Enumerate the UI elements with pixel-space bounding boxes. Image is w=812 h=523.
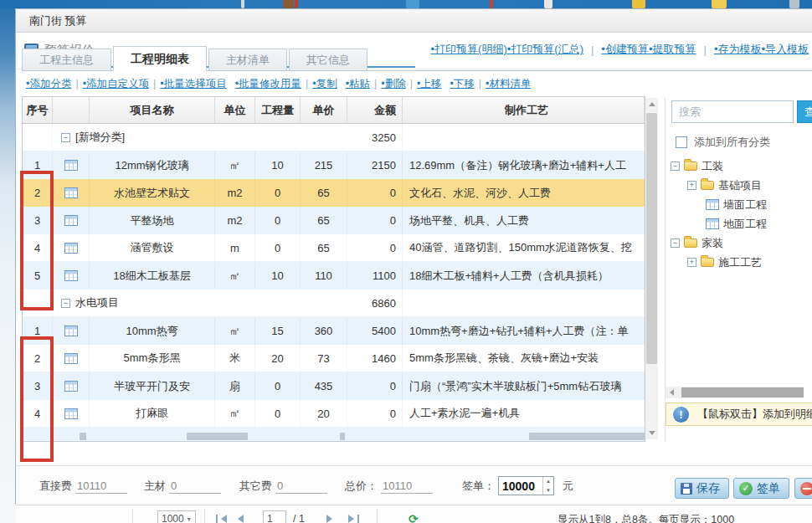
stepper-up-arrow[interactable]: ▲ [543,477,553,486]
save-button[interactable]: 保存 [675,478,729,499]
unit-cell[interactable]: m2 [215,207,255,234]
column-header-qty[interactable]: 工程量 [255,97,301,123]
item-name-cell[interactable]: 平整场地 [90,207,215,234]
detail-grid-icon[interactable] [64,408,78,419]
column-header-name[interactable]: 项目名称 [90,97,215,123]
unit-price-cell[interactable]: 110 [301,262,347,290]
item-name-cell[interactable]: 打麻眼 [90,400,215,427]
process-cell[interactable]: 人工+素水泥一遍+机具 [403,400,645,427]
expand-icon[interactable]: + [687,181,696,190]
pager-last-button[interactable] [345,510,362,523]
unit-price-cell[interactable]: 65 [301,207,347,234]
detail-grid-icon[interactable] [64,326,78,336]
quantity-cell[interactable]: 10 [255,151,301,179]
toolbar-link[interactable]: •添加自定义项 [83,73,149,95]
scroll-left-arrow[interactable] [666,387,677,398]
add-to-all-checkbox[interactable] [676,136,687,148]
unit-price-cell[interactable]: 65 [301,234,347,261]
column-header-unit[interactable]: 单位 [215,97,255,123]
total-value[interactable]: 10110 [381,479,433,494]
main-material-value[interactable]: 0 [169,479,221,494]
clipped-button[interactable] [794,478,812,499]
sign-button[interactable]: ✓ 签单 [733,478,789,499]
pager-prev-button[interactable] [234,510,247,523]
process-cell[interactable]: 文化石、水泥、河沙、人工费 [403,179,645,207]
column-header-icon[interactable] [53,97,90,123]
scroll-down-arrow[interactable] [645,427,658,439]
table-row[interactable]: 112mm钢化玻璃㎡10215215012.69mm（备注）钢化玻璃+磨边+辅料… [23,151,645,179]
item-name-cell[interactable]: 5mm条形黑 [90,345,215,372]
item-name-cell[interactable]: 半玻平开门及安 [90,372,215,400]
toolbar-link[interactable]: •复制 [312,73,337,95]
toolbar-link[interactable]: •删除 [381,73,405,95]
stepper-down-arrow[interactable]: ▼ [543,486,553,495]
tab-主材清单[interactable]: 主材清单 [208,49,287,70]
unit-price-cell[interactable]: 73 [301,345,347,372]
toolbar-link[interactable]: •粘贴 [346,73,370,95]
scroll-up-arrow[interactable] [645,98,658,110]
search-input[interactable] [671,100,794,123]
pager-first-button[interactable] [213,510,230,523]
item-name-cell[interactable]: 18细木工板基层 [90,262,215,290]
refresh-icon[interactable]: ⟳ [405,510,422,523]
table-row[interactable]: 3半玻平开门及安扇04350门扇（“景鸿”实木半玻贴板门+5mm钻石玻璃 [23,372,645,400]
toolbar-link[interactable]: •上移 [417,73,441,95]
quantity-cell[interactable]: 0 [255,207,301,234]
column-header-price[interactable]: 单价 [301,97,347,123]
column-header-num[interactable]: 序号 [23,97,53,123]
tab-工程明细表[interactable]: 工程明细表 [113,46,207,71]
search-button[interactable]: 查询 [797,100,812,123]
item-name-cell[interactable]: 涵管敷设 [90,234,215,261]
collapse-icon[interactable]: − [671,162,680,171]
group-row[interactable]: −[新增分类]3250 [23,124,645,151]
collapse-icon[interactable]: − [61,299,70,308]
tree-item-基础项目[interactable]: +基础项目 [669,176,812,195]
detail-grid-icon[interactable] [64,270,78,281]
quantity-cell[interactable]: 15 [255,317,301,345]
quantity-cell[interactable]: 0 [255,179,301,207]
unit-cell[interactable]: ㎡ [215,400,255,427]
toolbar-link[interactable]: •下移 [450,73,474,95]
scrollbar-thumb[interactable] [646,113,657,364]
detail-grid-icon[interactable] [64,160,78,171]
item-name-cell[interactable]: 10mm热弯 [90,317,215,345]
page-size-select[interactable]: 1000▾ [157,510,196,523]
hscrollbar-thumb[interactable] [681,387,804,397]
toolbar-link[interactable]: •添加分类 [26,73,71,95]
tree-item-地面工程[interactable]: 地面工程 [669,214,812,233]
collapse-icon[interactable]: − [61,133,70,142]
dialog-titlebar[interactable]: 南门街 预算 [16,9,812,33]
unit-cell[interactable]: ㎡ [215,151,255,179]
expand-icon[interactable]: + [687,258,696,267]
table-row[interactable]: 3平整场地m20650场地平整、机具、人工费 [23,207,645,234]
column-header-amount[interactable]: 金额 [347,97,403,123]
unit-price-cell[interactable]: 20 [301,400,347,427]
item-name-cell[interactable]: 12mm钢化玻璃 [90,151,215,179]
quantity-cell[interactable]: 20 [255,345,301,372]
sign-amount-input[interactable] [499,477,542,495]
partial-clipped-row[interactable] [23,428,645,442]
unit-cell[interactable]: 扇 [215,372,255,400]
tree-item-工装[interactable]: −工装 [669,156,812,176]
tab-工程主信息[interactable]: 工程主信息 [22,49,111,70]
table-row[interactable]: 2水池壁艺术贴文m20650文化石、水泥、河沙、人工费 [23,179,645,207]
tree-item-施工工艺[interactable]: +施工工艺 [669,253,812,272]
unit-price-cell[interactable]: 435 [301,372,347,400]
detail-grid-icon[interactable] [64,187,78,198]
table-row[interactable]: 4打麻眼㎡0200人工+素水泥一遍+机具 [23,400,645,428]
quantity-cell[interactable]: 0 [255,400,301,427]
table-row[interactable]: 110mm热弯㎡15360540010mm热弯+磨边+钻孔+辅料+人工费（注：单 [23,317,645,345]
page-number-input[interactable]: 1 [263,510,286,523]
tree-horizontal-scrollbar[interactable] [666,387,804,398]
quantity-cell[interactable]: 0 [255,234,301,261]
table-row[interactable]: 4涵管敷设m065040涵管、道路切割、150mm水泥道路恢复、挖 [23,234,645,262]
process-cell[interactable]: 5mm条形黑镜、茶镜、灰镜+磨边+安装 [403,345,645,372]
detail-grid-icon[interactable] [64,381,78,392]
process-cell[interactable]: 门扇（“景鸿”实木半玻贴板门+5mm钻石玻璃 [403,372,645,400]
unit-price-cell[interactable]: 360 [301,317,347,345]
detail-grid-icon[interactable] [64,243,78,254]
process-cell[interactable]: 10mm热弯+磨边+钻孔+辅料+人工费（注：单 [403,317,645,345]
unit-price-cell[interactable]: 215 [301,151,347,179]
tree-item-家装[interactable]: −家装 [669,233,812,253]
unit-cell[interactable]: ㎡ [215,262,255,290]
